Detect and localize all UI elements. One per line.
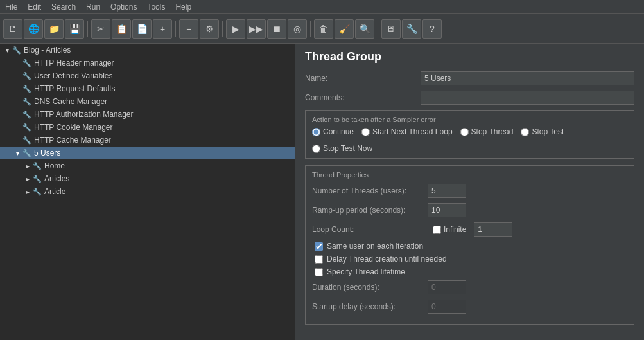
remote-button[interactable]: 🖥: [381, 19, 401, 39]
collapse-button[interactable]: −: [179, 19, 198, 39]
paste-button[interactable]: 📄: [132, 19, 152, 39]
cut-button[interactable]: ✂: [91, 19, 110, 39]
radio-stop-test-label: Stop Test: [532, 127, 564, 136]
menu-item-tools[interactable]: Tools: [142, 1, 170, 13]
save-button[interactable]: 💾: [65, 19, 84, 39]
tree-toggle[interactable]: ▸: [24, 188, 31, 195]
action-group: Action to be taken after a Sampler error…: [305, 110, 634, 159]
same-user-checkbox[interactable]: [315, 242, 323, 251]
tree-item-home[interactable]: ▸🔧Home: [0, 159, 295, 172]
comments-row: Comments:: [305, 91, 634, 105]
same-user-label: Same user on each iteration: [327, 242, 423, 251]
copy-button[interactable]: 📋: [112, 19, 131, 39]
clear-all-button[interactable]: 🧹: [335, 19, 354, 39]
tree-item-user-defined[interactable]: 🔧User Defined Variables: [0, 69, 295, 82]
comments-input[interactable]: [421, 91, 634, 105]
specify-lifetime-checkbox[interactable]: [315, 268, 323, 276]
tree-item-icon: 🔧: [33, 162, 42, 170]
loop-count-label: Loop Count:: [312, 225, 428, 234]
function-helper-button[interactable]: 🔧: [402, 19, 421, 39]
delay-creation-label: Delay Thread creation until needed: [327, 255, 447, 264]
search-button[interactable]: 🔍: [355, 19, 374, 39]
action-radio-row: Continue Start Next Thread Loop Stop Thr…: [312, 127, 627, 153]
rampup-row: Ramp-up period (seconds):: [312, 203, 627, 217]
radio-stop-thread-label: Stop Thread: [471, 127, 514, 136]
rampup-label: Ramp-up period (seconds):: [312, 206, 428, 215]
tree-item-label: 5 Users: [34, 148, 60, 157]
expand-button[interactable]: +: [153, 19, 172, 39]
startup-delay-row: Startup delay (seconds):: [312, 300, 627, 314]
tree-item-http-cache[interactable]: 🔧HTTP Cache Manager: [0, 134, 295, 147]
duration-label: Duration (seconds):: [312, 283, 428, 292]
radio-start-next[interactable]: Start Next Thread Loop: [361, 127, 453, 136]
menu-item-edit[interactable]: Edit: [22, 1, 46, 13]
stop-button[interactable]: ⏹: [267, 19, 286, 39]
tree-item-icon: 🔧: [12, 46, 21, 55]
tree-toggle[interactable]: ▸: [24, 175, 31, 183]
delay-creation-checkbox[interactable]: [315, 255, 323, 264]
open-button[interactable]: 📁: [44, 19, 64, 39]
tree-item-article[interactable]: ▸🔧Article: [0, 185, 295, 198]
help-button[interactable]: ?: [422, 19, 442, 39]
start-button[interactable]: ▶: [226, 19, 245, 39]
num-threads-row: Number of Threads (users):: [312, 184, 627, 198]
action-group-title: Action to be taken after a Sampler error: [312, 116, 627, 123]
menu-item-search[interactable]: Search: [46, 1, 81, 13]
radio-stop-thread[interactable]: Stop Thread: [460, 127, 514, 136]
tree-item-icon: 🔧: [22, 98, 31, 106]
tree-item-label: Blog - Articles: [24, 46, 71, 55]
tree-item-http-header[interactable]: 🔧HTTP Header manager: [0, 57, 295, 69]
tree-toggle[interactable]: ▸: [24, 162, 31, 170]
tree-item-dns-cache[interactable]: 🔧DNS Cache Manager: [0, 95, 295, 108]
num-threads-label: Number of Threads (users):: [312, 186, 428, 195]
toggle-button[interactable]: ⚙: [200, 19, 219, 39]
infinite-checkbox[interactable]: [433, 226, 441, 234]
name-input[interactable]: [421, 71, 634, 85]
radio-start-next-label: Start Next Thread Loop: [372, 127, 453, 136]
tree-toggle[interactable]: ▾: [3, 46, 11, 54]
tree-item-http-auth[interactable]: 🔧HTTP Authorization Manager: [0, 108, 295, 121]
menu-item-run[interactable]: Run: [81, 1, 105, 13]
shutdown-button[interactable]: ◎: [288, 19, 307, 39]
tree-item-label: HTTP Cache Manager: [34, 136, 111, 145]
infinite-label-container[interactable]: Infinite: [433, 225, 466, 234]
duration-input[interactable]: [428, 280, 466, 294]
new-button[interactable]: 🗋: [3, 19, 22, 39]
start-no-pause-button[interactable]: ▶▶: [247, 19, 266, 39]
startup-delay-input[interactable]: [428, 300, 466, 314]
menu-item-file[interactable]: File: [0, 1, 22, 13]
tree-item-articles[interactable]: ▸🔧Articles: [0, 172, 295, 185]
tree-item-http-cookie[interactable]: 🔧HTTP Cookie Manager: [0, 121, 295, 134]
tree-item-5-users[interactable]: ▾🔧5 Users: [0, 147, 295, 159]
tree-toggle[interactable]: ▾: [13, 149, 21, 157]
radio-continue-label: Continue: [323, 127, 354, 136]
tree-item-label: DNS Cache Manager: [34, 97, 107, 106]
loop-count-row: Loop Count: Infinite: [312, 222, 627, 237]
toolbar: 🗋🌐📁💾✂📋📄+−⚙▶▶▶⏹◎🗑🧹🔍🖥🔧?: [0, 14, 644, 44]
toolbar-separator: [378, 21, 378, 37]
startup-delay-label: Startup delay (seconds):: [312, 302, 428, 311]
tree-item-label: Articles: [44, 174, 69, 183]
menu-item-help[interactable]: Help: [170, 1, 196, 13]
rampup-input[interactable]: [428, 203, 466, 217]
toolbar-separator: [87, 21, 88, 37]
menu-item-options[interactable]: Options: [105, 1, 142, 13]
num-threads-input[interactable]: [428, 184, 466, 198]
radio-stop-test-now[interactable]: Stop Test Now: [312, 144, 372, 153]
toolbar-separator: [310, 21, 311, 37]
sidebar: ▾🔧Blog - Articles🔧HTTP Header manager🔧Us…: [0, 44, 295, 340]
radio-stop-test[interactable]: Stop Test: [521, 127, 564, 136]
tree-item-icon: 🔧: [22, 72, 31, 80]
open-templates-button[interactable]: 🌐: [24, 19, 43, 39]
tree-item-http-request-defaults[interactable]: 🔧HTTP Request Defaults: [0, 82, 295, 95]
clear-button[interactable]: 🗑: [314, 19, 333, 39]
same-user-row: Same user on each iteration: [312, 242, 627, 251]
loop-count-input[interactable]: [474, 222, 512, 237]
tree-item-label: Article: [44, 187, 65, 196]
tree-item-label: HTTP Cookie Manager: [34, 123, 113, 132]
comments-label: Comments:: [305, 93, 421, 102]
radio-continue[interactable]: Continue: [312, 127, 354, 136]
tree-item-blog-articles[interactable]: ▾🔧Blog - Articles: [0, 44, 295, 57]
specify-lifetime-row: Specify Thread lifetime: [312, 267, 627, 276]
tree-item-label: Home: [44, 161, 65, 170]
